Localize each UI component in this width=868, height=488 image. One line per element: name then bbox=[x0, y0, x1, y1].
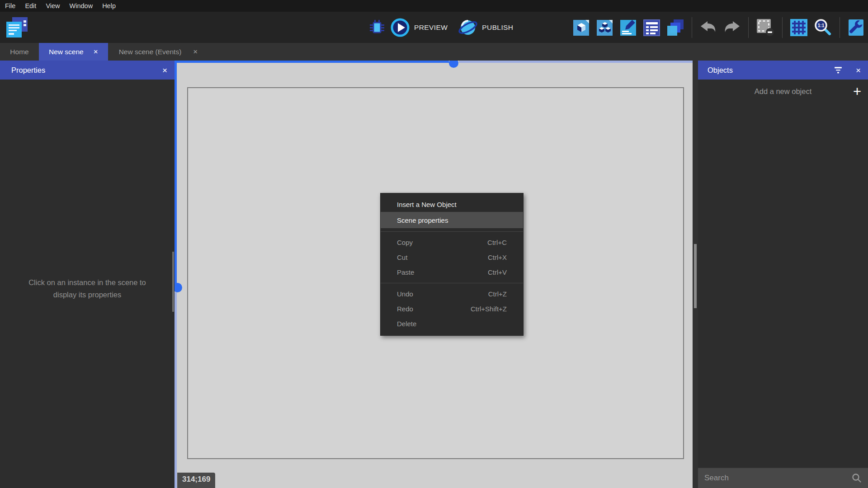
filter-bar bbox=[837, 72, 839, 73]
project-manager-icon bbox=[6, 17, 28, 38]
context-menu-item-cut[interactable]: Cut Ctrl+X bbox=[381, 250, 523, 265]
play-circle-icon bbox=[390, 18, 410, 38]
tab-home[interactable]: Home bbox=[0, 43, 39, 61]
vertical-scrollbar-track[interactable] bbox=[175, 292, 177, 488]
menu-view[interactable]: View bbox=[46, 2, 60, 9]
svg-text:1:1: 1:1 bbox=[818, 23, 825, 28]
close-icon[interactable]: × bbox=[162, 66, 167, 75]
menu-edit[interactable]: Edit bbox=[25, 2, 36, 9]
objects-panel-header: Objects × bbox=[698, 61, 868, 80]
filter-icon[interactable] bbox=[835, 67, 842, 73]
add-new-object-label: Add a new object bbox=[755, 87, 812, 96]
menu-item-label: Paste bbox=[397, 268, 414, 276]
zoom-original-button[interactable]: 1:1 bbox=[813, 18, 832, 37]
menu-item-label: Undo bbox=[397, 290, 413, 298]
gdevelop-window: File Edit View Window Help bbox=[0, 0, 868, 488]
filter-bar bbox=[835, 67, 842, 68]
menu-item-label: Copy bbox=[397, 239, 413, 246]
empty-message-line: display its properties bbox=[0, 289, 175, 301]
horizontal-scrollbar-track[interactable] bbox=[459, 61, 693, 63]
context-menu-item-copy[interactable]: Copy Ctrl+C bbox=[381, 235, 523, 250]
tab-label: New scene (Events) bbox=[119, 48, 182, 56]
menu-item-label: Scene properties bbox=[397, 216, 448, 224]
menu-item-shortcut: Ctrl+V bbox=[488, 268, 507, 276]
wrench-icon bbox=[847, 19, 865, 37]
context-menu-item-paste[interactable]: Paste Ctrl+V bbox=[381, 265, 523, 280]
context-menu: Insert a New Object Scene properties Cop… bbox=[380, 193, 524, 336]
tab-new-scene-events[interactable]: New scene (Events) × bbox=[108, 43, 209, 61]
menu-help[interactable]: Help bbox=[102, 2, 116, 9]
menu-item-shortcut: Ctrl+C bbox=[487, 239, 507, 246]
preview-label[interactable]: PREVIEW bbox=[414, 23, 448, 32]
zoom-1:1-icon: 1:1 bbox=[813, 18, 832, 37]
cursor-coordinates-badge: 314;169 bbox=[177, 473, 215, 488]
objects-cubes-icon bbox=[596, 19, 614, 37]
instances-list-button[interactable] bbox=[666, 19, 684, 37]
tab-label: New scene bbox=[49, 48, 84, 56]
plus-icon[interactable]: + bbox=[853, 84, 861, 99]
close-icon[interactable]: × bbox=[856, 66, 861, 75]
menu-item-label: Cut bbox=[397, 253, 407, 261]
horizontal-scrollbar-track[interactable] bbox=[175, 61, 449, 63]
properties-panel: Properties × Click on an instance in the… bbox=[0, 61, 175, 488]
tab-bar: Home New scene × New scene (Events) × bbox=[0, 43, 868, 61]
clear-selection-button[interactable] bbox=[756, 18, 775, 37]
tab-label: Home bbox=[10, 48, 28, 56]
vertical-scrollbar-track[interactable] bbox=[175, 61, 177, 285]
menu-item-shortcut: Ctrl+X bbox=[488, 253, 507, 261]
scene-tools-button[interactable] bbox=[847, 19, 865, 37]
horizontal-scrollbar-thumb[interactable] bbox=[449, 61, 458, 68]
context-menu-item-insert-new-object[interactable]: Insert a New Object bbox=[381, 197, 523, 212]
toolbar-separator bbox=[782, 17, 783, 38]
properties-scrollbar-thumb[interactable] bbox=[172, 252, 174, 312]
editor-scrollbar-track[interactable] bbox=[693, 61, 698, 488]
tab-close-icon[interactable]: × bbox=[94, 48, 98, 56]
edit-object-button[interactable] bbox=[572, 19, 590, 37]
tab-new-scene[interactable]: New scene × bbox=[39, 43, 108, 61]
publish-label[interactable]: PUBLISH bbox=[482, 23, 513, 32]
vertical-scrollbar-thumb[interactable] bbox=[175, 283, 182, 292]
layers-icon bbox=[666, 19, 684, 37]
debugger-button[interactable] bbox=[368, 19, 386, 37]
context-menu-item-scene-properties[interactable]: Scene properties bbox=[381, 212, 523, 228]
objects-panel: Objects × Add a new object + bbox=[698, 61, 868, 488]
scene-canvas[interactable]: Insert a New Object Scene properties Cop… bbox=[175, 61, 693, 488]
edit-objects-button[interactable] bbox=[596, 19, 614, 37]
context-menu-item-undo[interactable]: Undo Ctrl+Z bbox=[381, 286, 523, 301]
undo-button[interactable] bbox=[699, 19, 717, 36]
empty-message-line: Click on an instance in the scene to bbox=[0, 277, 175, 289]
pencil-icon bbox=[619, 19, 637, 37]
add-new-object-row[interactable]: Add a new object + bbox=[698, 80, 868, 103]
planet-icon bbox=[458, 18, 478, 38]
context-menu-divider bbox=[381, 231, 523, 232]
toolbar-separator bbox=[840, 17, 840, 38]
grid-icon bbox=[790, 19, 808, 37]
menu-item-label: Delete bbox=[397, 320, 416, 328]
project-manager-button[interactable] bbox=[6, 17, 28, 38]
menu-bar: File Edit View Window Help bbox=[0, 0, 868, 12]
menu-file[interactable]: File bbox=[5, 2, 15, 9]
list-icon bbox=[643, 19, 661, 37]
menu-item-shortcut: Ctrl+Z bbox=[488, 290, 507, 298]
editor-scrollbar-thumb[interactable] bbox=[694, 244, 697, 308]
menu-item-label: Redo bbox=[397, 305, 413, 313]
redo-arrow-icon bbox=[723, 19, 741, 36]
objects-search-bar bbox=[698, 468, 868, 488]
objects-panel-title: Objects bbox=[708, 66, 733, 75]
context-menu-item-delete[interactable]: Delete bbox=[381, 316, 523, 331]
context-menu-item-redo[interactable]: Redo Ctrl+Shift+Z bbox=[381, 301, 523, 316]
search-icon bbox=[852, 473, 862, 483]
tab-close-icon[interactable]: × bbox=[193, 48, 198, 56]
menu-item-shortcut: Ctrl+Shift+Z bbox=[471, 305, 507, 313]
preview-button[interactable] bbox=[390, 18, 410, 38]
menu-window[interactable]: Window bbox=[70, 2, 93, 9]
main-area: Properties × Click on an instance in the… bbox=[0, 61, 868, 488]
edit-scene-button[interactable] bbox=[619, 19, 637, 37]
toggle-grid-button[interactable] bbox=[790, 19, 808, 37]
toolbar-separator bbox=[748, 17, 749, 38]
objects-search-input[interactable] bbox=[704, 474, 852, 483]
open-properties-button[interactable] bbox=[643, 19, 661, 37]
redo-button[interactable] bbox=[723, 19, 741, 36]
publish-button[interactable] bbox=[458, 18, 478, 38]
deselect-icon bbox=[756, 18, 775, 37]
